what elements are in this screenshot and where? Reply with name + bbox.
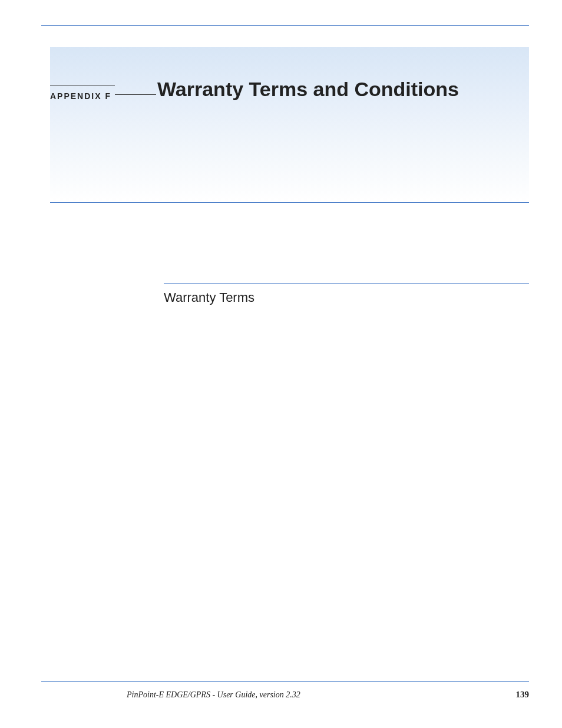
chapter-title: Warranty Terms and Conditions [157, 78, 459, 101]
page-footer: PinPoint-E EDGE/GPRS - User Guide, versi… [41, 690, 529, 700]
footer-page-number: 139 [516, 690, 530, 700]
appendix-label-top-rule [50, 85, 115, 85]
appendix-label: APPENDIX F [50, 91, 111, 101]
bottom-horizontal-rule [41, 681, 529, 682]
section-heading: Warranty Terms [164, 290, 254, 305]
appendix-label-connector-line [115, 94, 156, 95]
section-horizontal-rule [164, 283, 529, 284]
footer-document-title: PinPoint-E EDGE/GPRS - User Guide, versi… [127, 690, 300, 700]
chapter-header-background [50, 47, 529, 203]
top-horizontal-rule [41, 25, 529, 26]
